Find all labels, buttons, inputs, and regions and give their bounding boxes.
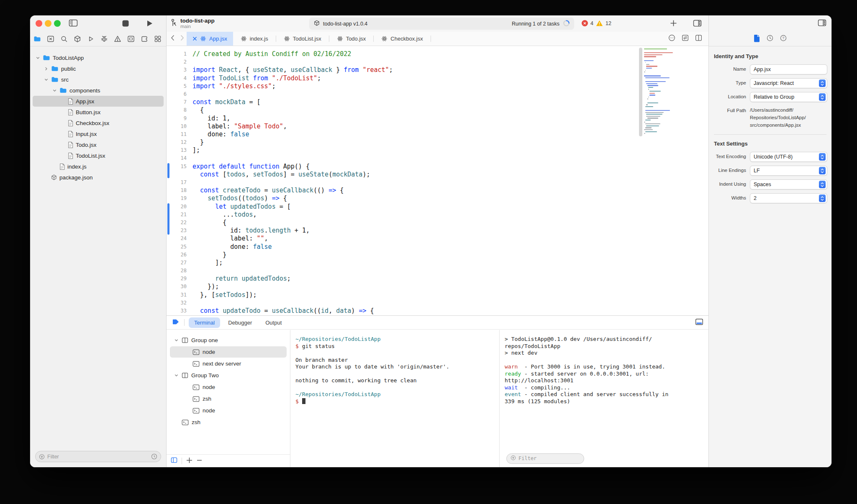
symbol-navigator-icon[interactable] [126,35,135,43]
terminal-output-left[interactable]: ~/Repositories/TodoListApp$ git status O… [290,330,500,467]
project-navigator-icon[interactable] [33,35,41,43]
tab-checkbox-jsx[interactable]: Checkbox.jsx [374,32,430,46]
file-tree-item-src[interactable]: src [33,74,164,85]
file-tree-item-app-jsx[interactable]: App.jsx [33,96,164,107]
terminal-session-node[interactable]: node [170,381,287,393]
add-tab-icon[interactable] [670,20,677,27]
code-text: return updatedTodos; [192,275,291,283]
warning-count[interactable]: 12 [606,20,611,26]
terminal-filter-field[interactable]: Filter [506,453,584,464]
file-inspector-icon[interactable] [754,34,760,44]
editor-scrollbar[interactable] [639,48,642,136]
add-session-icon[interactable] [186,457,192,465]
terminal-session-next-dev-server[interactable]: next dev server [170,358,287,369]
item-label: components [69,87,100,94]
tab-todolist-jsx[interactable]: TodoList.jsx [276,32,329,46]
terminal-session-zsh[interactable]: zsh [170,417,287,428]
code-line: 17 [167,179,641,187]
help-inspector-icon[interactable]: ? [780,34,787,43]
file-tree-item-todolist-jsx[interactable]: TodoList.jsx [33,150,164,161]
issue-navigator-icon[interactable] [113,35,122,43]
file-tree-item-public[interactable]: public [33,63,164,74]
file-tree-item-index-js[interactable]: index.js [33,161,164,172]
terminal-session-node[interactable]: node [170,346,287,358]
hide-panel-icon[interactable] [695,318,703,327]
line-number: 23 [167,227,187,235]
overview-navigator-icon[interactable] [153,35,162,43]
tab-todo-jsx[interactable]: Todo.jsx [329,32,374,46]
utility-tab-output[interactable]: Output [260,317,287,328]
minimize-window-button[interactable] [45,20,51,27]
file-tree-item-todo-jsx[interactable]: Todo.jsx [33,139,164,150]
terminal-session-node[interactable]: node [170,405,287,416]
file-tree-item-button-jsx[interactable]: Button.jsx [33,107,164,118]
setting-select-widths[interactable]: 2 [750,193,827,203]
extension-navigator-icon[interactable] [140,35,149,43]
forward-icon[interactable] [180,35,184,43]
file-tree-item-components[interactable]: components [33,85,164,96]
back-icon[interactable] [171,35,174,43]
activity-status-bar[interactable]: todo-list-app v1.0.4 Running 1 of 2 task… [309,18,574,30]
close-tab-icon[interactable] [192,36,197,41]
file-tree-item-package-json[interactable]: package.json [33,172,164,183]
setting-select-line-endings[interactable]: LF [750,166,827,176]
utility-tab-debugger[interactable]: Debugger [223,317,257,328]
swap-editor-icon[interactable] [681,34,689,43]
react-file-icon [337,36,343,42]
minimap-line [646,68,652,69]
terminal-session-group-two[interactable]: Group Two [170,370,287,381]
zoom-window-button[interactable] [54,20,61,27]
debug-navigator-icon[interactable] [100,35,108,43]
toggle-sidebar-icon[interactable] [69,19,78,27]
file-tree-item-checkbox-jsx[interactable]: Checkbox.jsx [33,118,164,128]
code-line: 5import "./styles.css"; [167,82,641,90]
terminal-session-group-one[interactable]: Group one [170,335,287,346]
setting-select-text-encoding[interactable]: Unicode (UTF-8) [750,152,827,162]
tab-app-jsx[interactable]: App.jsx [187,32,233,46]
minimap-line [645,110,670,111]
toggle-right-sidebar-icon[interactable] [818,19,826,26]
error-count[interactable]: 4 [590,20,593,26]
utility-tab-terminal[interactable]: Terminal [189,317,220,328]
terminal-line: Your branch is up to date with 'origin/m… [295,363,499,371]
error-badge-icon[interactable]: ✕ [582,20,588,26]
run-navigator-icon[interactable] [86,35,95,43]
line-number: 33 [167,307,187,315]
remove-session-icon[interactable] [197,457,202,465]
package-navigator-icon[interactable] [73,35,82,43]
navigator-filter-field[interactable]: Filter [35,451,161,462]
code-text: done: false [192,130,249,138]
type-select[interactable]: Javascript: React [750,78,827,88]
name-field[interactable]: App.jsx [750,64,827,74]
terminal-output-right[interactable]: > TodoListApp@0.1.0 dev /Users/austincon… [500,330,708,467]
setting-select-indent-using[interactable]: Spaces [750,179,827,189]
run-task-button[interactable] [146,20,153,27]
tab-index-js[interactable]: index.js [233,32,276,46]
code-line: 2 [167,58,641,66]
status-scheme-label: todo-list-app v1.0.4 [323,21,367,27]
toggle-session-sidebar-icon[interactable] [171,457,177,465]
toggle-inspector-icon[interactable] [693,20,702,27]
code-text: const mockData = [ [192,98,261,106]
status-tasks-label: Running 1 of 2 tasks [512,21,559,27]
history-inspector-icon[interactable] [766,34,774,43]
stop-task-button[interactable] [122,20,129,27]
split-editor-icon[interactable] [695,34,703,43]
file-tree-item-todolistapp[interactable]: TodoListApp [33,52,164,63]
location-select[interactable]: Relative to Group [750,92,827,102]
source-control-icon[interactable] [46,35,55,43]
recents-icon[interactable] [151,453,157,460]
find-navigator-icon[interactable] [59,35,68,43]
warning-badge-icon[interactable] [596,20,603,26]
line-number: 1 [167,50,187,58]
code-editor[interactable]: 1// Created by Austin Condiff on 02/16/2… [167,46,708,315]
terminal-session-zsh[interactable]: zsh [170,393,287,404]
minimap[interactable] [644,49,705,311]
drawer-tag-icon[interactable] [172,318,180,327]
name-label: Name [713,64,750,72]
more-options-icon[interactable] [668,34,676,43]
chevron-spacer [60,110,66,115]
minimap-line [645,70,646,71]
close-window-button[interactable] [36,20,42,27]
file-tree-item-input-jsx[interactable]: Input.jsx [33,128,164,139]
